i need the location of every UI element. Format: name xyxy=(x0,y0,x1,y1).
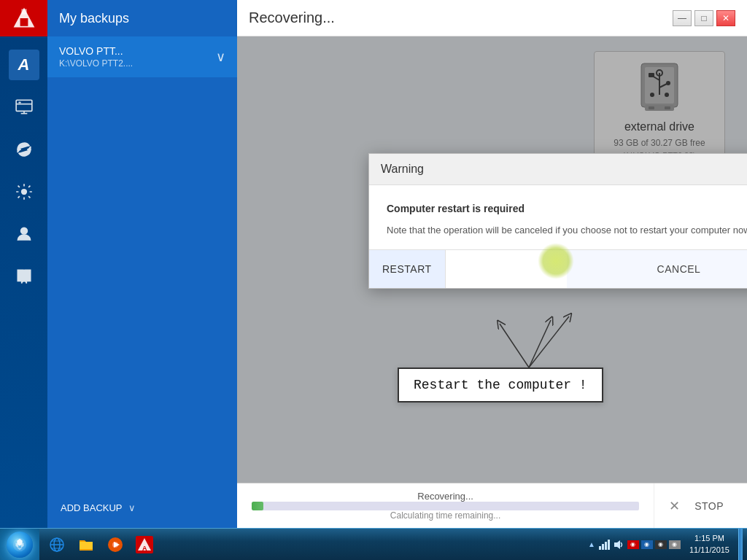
sidebar-bottom: ADD BACKUP ∨ xyxy=(47,488,237,528)
acronis-taskbar-icon: A xyxy=(136,536,153,553)
maximize-button[interactable]: □ xyxy=(694,10,713,26)
taskbar-ie[interactable] xyxy=(42,531,71,559)
sidebar-item-user[interactable] xyxy=(6,216,42,252)
stop-button[interactable]: STOP xyxy=(686,496,732,516)
dialog-body: Computer restart is required Note that t… xyxy=(369,185,747,249)
add-backup-button[interactable]: ADD BACKUP ∨ xyxy=(55,497,230,519)
svg-point-9 xyxy=(21,190,26,195)
network-icon xyxy=(598,539,610,551)
callout-text: Restart the computer ! xyxy=(398,368,603,402)
dialog-title: Warning xyxy=(381,163,424,176)
callout-annotation: Restart the computer ! xyxy=(398,368,603,402)
title-bar: Recovering... — □ ✕ xyxy=(237,0,747,36)
svg-marker-43 xyxy=(614,540,620,549)
sidebar-item-refresh[interactable] xyxy=(6,131,42,168)
tray-icon-2: ◉ xyxy=(641,540,653,549)
close-button[interactable]: ✕ xyxy=(716,10,735,26)
start-orb xyxy=(7,532,33,558)
svg-text:A: A xyxy=(142,545,147,552)
taskbar-items: A xyxy=(39,529,584,560)
system-clock: 1:15 PM 11/11/2015 xyxy=(684,533,735,556)
taskbar-media[interactable] xyxy=(101,531,130,559)
cancel-button[interactable]: CANCEL xyxy=(567,250,747,288)
svg-rect-42 xyxy=(608,540,610,550)
add-backup-chevron-icon: ∨ xyxy=(128,502,136,513)
show-desktop-button[interactable] xyxy=(738,529,743,560)
progress-label: Recovering... xyxy=(252,491,639,502)
restart-btn-wrap: RESTART xyxy=(369,250,567,288)
dialog-title-bar: Warning ✕ xyxy=(369,154,747,185)
sidebar-item-book[interactable] xyxy=(6,258,42,295)
dialog-warning-text: Note that the operation will be canceled… xyxy=(387,223,747,238)
progress-section: Recovering... Calculating time remaining… xyxy=(237,483,654,528)
sidebar-item-settings[interactable] xyxy=(6,174,42,210)
dialog-footer: RESTART CANCEL xyxy=(369,249,747,288)
my-backups-header: My backups xyxy=(47,0,237,36)
progress-status: Calculating time remaining... xyxy=(252,510,639,521)
sidebar-item-backups[interactable] xyxy=(6,89,42,125)
window-controls: — □ ✕ xyxy=(673,10,735,26)
main-content: Recovering... — □ ✕ xyxy=(237,0,747,528)
recovering-area: external drive 93 GB of 30.27 GB free K:… xyxy=(237,36,747,483)
tray-flags: ◉ ◉ ◉ ◉ xyxy=(627,540,681,549)
svg-rect-4 xyxy=(16,100,32,111)
warning-dialog: Warning ✕ Computer restart is required N… xyxy=(368,153,747,289)
clock-time: 1:15 PM xyxy=(689,533,729,544)
tray-expand[interactable]: ▲ xyxy=(588,540,595,548)
tray-icon-4: ◉ xyxy=(669,540,681,549)
minimize-button[interactable]: — xyxy=(673,10,692,26)
volume-icon xyxy=(613,539,624,551)
explorer-icon xyxy=(77,536,95,553)
media-icon xyxy=(107,536,124,553)
svg-rect-39 xyxy=(599,546,601,550)
taskbar: A ▲ ◉ ◉ ◉ ◉ 1:15 PM xyxy=(0,528,747,560)
sidebar: A xyxy=(0,0,47,528)
taskbar-explorer[interactable] xyxy=(71,531,101,559)
tray-icon-3: ◉ xyxy=(655,540,667,549)
svg-rect-40 xyxy=(602,544,604,550)
backup-chevron-icon: ∨ xyxy=(216,49,225,65)
left-panel: My backups VOLVO PTT... K:\VOLVO PTT2...… xyxy=(47,0,237,528)
add-backup-label: ADD BACKUP xyxy=(61,502,123,513)
progress-bar-fill xyxy=(252,502,263,510)
progress-bar xyxy=(252,502,639,510)
backup-name: VOLVO PTT... xyxy=(59,45,216,57)
start-button[interactable] xyxy=(0,529,39,561)
app-logo xyxy=(0,0,47,36)
taskbar-acronis[interactable]: A xyxy=(130,531,159,559)
backup-path: K:\VOLVO PTT2.... xyxy=(59,58,216,69)
window-title: Recovering... xyxy=(249,9,335,26)
dialog-warning-title: Computer restart is required xyxy=(387,203,747,214)
ie-icon xyxy=(48,536,66,553)
svg-rect-6 xyxy=(18,101,20,103)
sidebar-letter-a: A xyxy=(9,50,39,80)
restart-button[interactable]: RESTART xyxy=(369,250,446,288)
tray-icon-1: ◉ xyxy=(627,540,639,549)
system-tray: ▲ ◉ ◉ ◉ ◉ 1:15 PM 11/11/2015 xyxy=(584,529,747,560)
dialog-overlay: Warning ✕ Computer restart is required N… xyxy=(237,36,747,483)
stop-x-icon: ✕ xyxy=(669,498,680,514)
svg-rect-41 xyxy=(605,542,607,550)
clock-date: 11/11/2015 xyxy=(689,545,729,556)
svg-point-10 xyxy=(20,228,27,234)
backup-list-item[interactable]: VOLVO PTT... K:\VOLVO PTT2.... ∨ xyxy=(47,36,237,77)
svg-rect-2 xyxy=(20,18,28,26)
svg-rect-3 xyxy=(21,9,26,14)
